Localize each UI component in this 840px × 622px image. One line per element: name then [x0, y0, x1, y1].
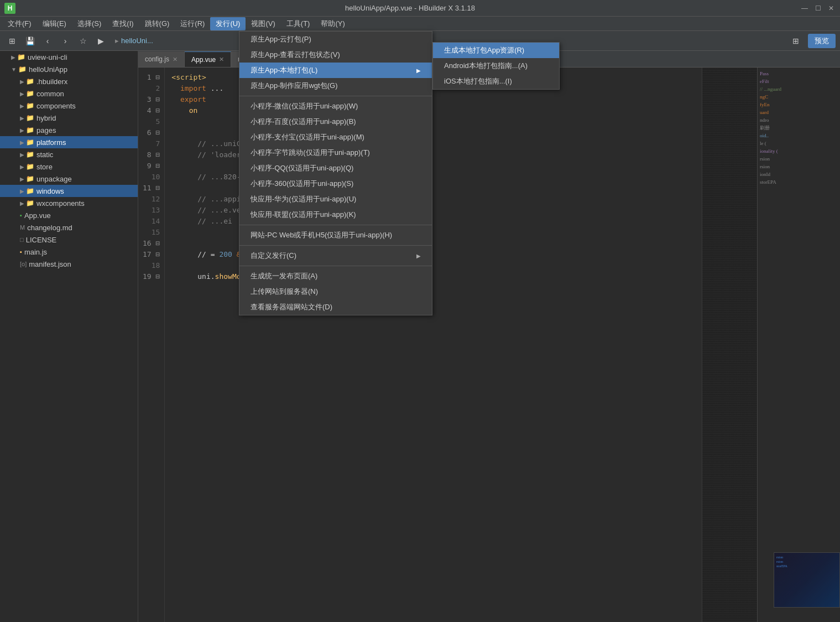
folder-icon: 📁 [26, 163, 34, 170]
menu-quick-union[interactable]: 快应用-联盟(仅适用于uni-app)(K) [239, 207, 432, 222]
sidebar-item-store[interactable]: ▶ 📁 store [0, 160, 138, 173]
breadcrumb-icon: ▸ [115, 37, 119, 45]
run-menu-item[interactable]: 运行(R) [175, 17, 210, 30]
sidebar-item-hybrid[interactable]: ▶ 📁 hybrid [0, 112, 138, 124]
submenu-gen-local[interactable]: 生成本地打包App资源(R) [433, 43, 559, 58]
chevron-right-icon: ▶ [20, 188, 24, 194]
preview-button[interactable]: 预览 [808, 34, 836, 48]
help-menu-item[interactable]: 帮助(Y) [315, 17, 350, 30]
sidebar-label-hybrid: hybrid [36, 114, 56, 122]
submenu-android-guide[interactable]: Android本地打包指南...(A) [433, 58, 559, 74]
app-logo: H [4, 3, 15, 14]
sidebar-label-hbuilderx: .hbuilderx [36, 77, 67, 86]
sidebar-item-wxcomponents[interactable]: ▶ 📁 wxcomponents [0, 197, 138, 209]
sidebar-item-app-vue[interactable]: ▪ App.vue [0, 209, 138, 221]
menu-label-mp-qq: 小程序-QQ(仅适用于uni-app)(Q) [251, 163, 353, 173]
line-num-19: 19 ⊟ [138, 271, 164, 282]
tab-app-vue[interactable]: App.vue ✕ [185, 51, 231, 67]
chevron-right-icon: ▶ [20, 139, 24, 146]
chevron-right-icon: ▶ [20, 91, 24, 97]
sidebar-item-common[interactable]: ▶ 📁 common [0, 87, 138, 100]
toolbar-back-btn[interactable]: ‹ [40, 33, 55, 49]
publish-menu-item[interactable]: 发行(U) [210, 17, 246, 30]
close-button[interactable]: ✕ [827, 4, 836, 13]
sidebar-item-license[interactable]: □ LICENSE [0, 234, 138, 246]
folder-icon: 📁 [26, 175, 34, 183]
menu-mp-360[interactable]: 小程序-360(仅适用于uni-app)(S) [239, 176, 432, 191]
line-num-17: 17 ⊟ [138, 249, 164, 260]
submenu-ios-guide[interactable]: iOS本地打包指南...(I) [433, 74, 559, 89]
menu-label-mp-weixin: 小程序-微信(仅适用于uni-app)(W) [251, 101, 358, 111]
line-num-18: 18 [138, 260, 164, 271]
vue-file-icon: ▪ [20, 212, 22, 219]
menu-label-upload: 上传网站到服务器(N) [251, 287, 318, 297]
minimize-button[interactable]: — [800, 4, 809, 13]
edit-menu-item[interactable]: 编辑(E) [37, 17, 72, 30]
file-menu-item[interactable]: 文件(F) [2, 17, 37, 30]
menu-label-web-h5: 网站-PC Web或手机H5(仅适用于uni-app)(H) [251, 230, 392, 240]
sidebar-item-unpackage[interactable]: ▶ 📁 unpackage [0, 173, 138, 185]
tab-config-js[interactable]: config.js ✕ [138, 51, 185, 67]
right-code-10: 刷册 [760, 124, 838, 132]
toolbar-run-btn[interactable]: ▶ [93, 33, 108, 49]
sidebar-item-hbuilderx[interactable]: ▶ 📁 .hbuilderx [0, 75, 138, 87]
menu-mp-qq[interactable]: 小程序-QQ(仅适用于uni-app)(Q) [239, 160, 432, 176]
find-menu-item[interactable]: 查找(I) [107, 17, 139, 30]
toolbar-star-btn[interactable]: ☆ [75, 33, 91, 49]
sidebar-item-helloUniApp[interactable]: ▼ 📁 helloUniApp [0, 63, 138, 75]
sidebar-item-components[interactable]: ▶ 📁 components [0, 100, 138, 112]
sidebar-label-manifest: manifest.json [29, 260, 71, 268]
menu-custom-publish[interactable]: 自定义发行(C) ▶ [239, 248, 432, 263]
tab-close-config[interactable]: ✕ [173, 56, 178, 63]
toolbar-new-btn[interactable]: ⊞ [4, 33, 20, 49]
right-code-12: oid.. [760, 132, 838, 139]
menu-cloud-pack[interactable]: 原生App-云打包(P) [239, 32, 432, 47]
sidebar-item-platforms[interactable]: ▶ 📁 platforms [0, 136, 138, 148]
chevron-right-icon: ▶ [20, 176, 24, 182]
goto-menu-item[interactable]: 跳转(G) [139, 17, 175, 30]
menu-mp-baidu[interactable]: 小程序-百度(仅适用于uni-app)(B) [239, 114, 432, 129]
menu-label-quick-union: 快应用-联盟(仅适用于uni-app)(K) [251, 210, 356, 220]
line-num-1: 1 ⊟ [138, 72, 164, 83]
breadcrumb-path: helloUni... [121, 37, 153, 45]
menu-check-cloud[interactable]: 原生App-查看云打包状态(V) [239, 47, 432, 63]
sidebar-label-app-vue: App.vue [24, 211, 51, 220]
chevron-down-icon: ▼ [11, 66, 17, 72]
menu-make-wgt[interactable]: 原生App-制作应用wgt包(G) [239, 78, 432, 94]
sidebar-item-static[interactable]: ▶ 📁 static [0, 148, 138, 160]
filter-btn[interactable]: ⊞ [788, 33, 804, 49]
sidebar-item-manifest[interactable]: [o] manifest.json [0, 258, 138, 270]
tools-menu-item[interactable]: 工具(T) [281, 17, 316, 30]
tab-close-app[interactable]: ✕ [219, 56, 224, 63]
menu-mp-bytedance[interactable]: 小程序-字节跳动(仅适用于uni-app)(T) [239, 145, 432, 160]
menu-upload-server[interactable]: 上传网站到服务器(N) [239, 284, 432, 299]
menu-label-custom: 自定义发行(C) [251, 251, 296, 261]
select-menu-item[interactable]: 选择(S) [72, 17, 107, 30]
toolbar-save-btn[interactable]: 💾 [22, 33, 38, 49]
sidebar-item-pages[interactable]: ▶ 📁 pages [0, 124, 138, 136]
line-num-16: 16 ⊟ [138, 238, 164, 249]
chevron-right-icon: ▶ [20, 200, 24, 206]
line-num-9: 9 ⊟ [138, 160, 164, 172]
menu-check-server[interactable]: 查看服务器端网站文件(D) [239, 299, 432, 315]
sidebar-item-main-js[interactable]: ▪ main.js [0, 246, 138, 258]
right-code-9: ndro [760, 116, 838, 124]
toolbar-forward-btn[interactable]: › [58, 33, 73, 49]
maximize-button[interactable]: ☐ [813, 4, 822, 13]
sidebar-item-changelog[interactable]: Μ changelog.md [0, 221, 138, 234]
view-menu-item[interactable]: 视图(V) [246, 17, 280, 30]
sidebar-label-unpackage: unpackage [36, 175, 72, 183]
right-code-6: fyEn [760, 101, 838, 108]
sidebar: ▶ 📁 uview-uni-cli ▼ 📁 helloUniApp ▶ 📁 .h… [0, 51, 138, 622]
menu-gen-page[interactable]: 生成统一发布页面(A) [239, 268, 432, 284]
menu-mp-alipay[interactable]: 小程序-支付宝(仅适用于uni-app)(M) [239, 129, 432, 145]
menu-mp-weixin[interactable]: 小程序-微信(仅适用于uni-app)(W) [239, 99, 432, 114]
menu-label-local-pack: 原生App-本地打包(L) [251, 65, 317, 75]
menu-local-pack[interactable]: 原生App-本地打包(L) ▶ [239, 63, 432, 78]
right-code-14: le ( [760, 139, 838, 147]
menu-web-h5[interactable]: 网站-PC Web或手机H5(仅适用于uni-app)(H) [239, 227, 432, 243]
menu-quick-huawei[interactable]: 快应用-华为(仅适用于uni-app)(U) [239, 191, 432, 207]
sidebar-label-components: components [36, 102, 76, 110]
sidebar-item-windows[interactable]: ▶ 📁 windows [0, 185, 138, 197]
sidebar-item-uview[interactable]: ▶ 📁 uview-uni-cli [0, 51, 138, 63]
